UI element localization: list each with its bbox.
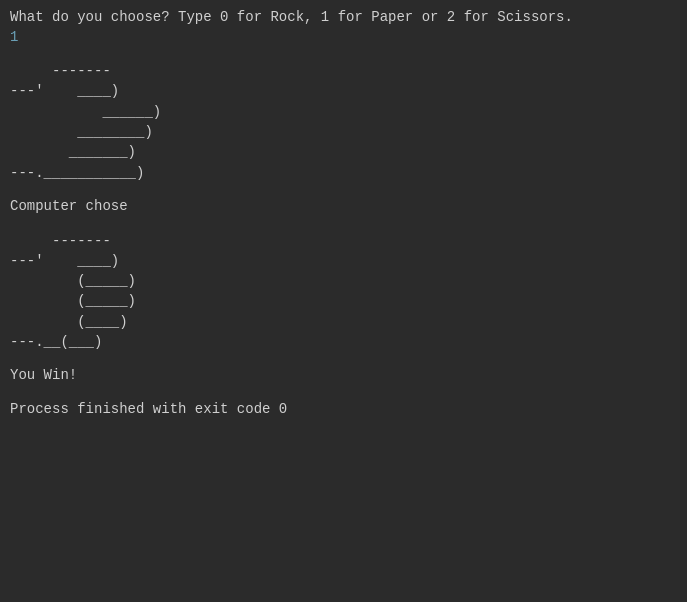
computer-label: Computer chose bbox=[10, 197, 677, 217]
terminal-output: What do you choose? Type 0 for Rock, 1 f… bbox=[10, 8, 677, 420]
spacer-4 bbox=[10, 352, 677, 366]
computer-ascii-art: ------- ---' ____) (_____) (_____) (____… bbox=[10, 231, 677, 353]
result-text: You Win! bbox=[10, 366, 677, 386]
spacer-2 bbox=[10, 183, 677, 197]
prompt-text: What do you choose? Type 0 for Rock, 1 f… bbox=[10, 8, 677, 28]
player-ascii-art: ------- ---' ____) ______) ________) ___… bbox=[10, 61, 677, 183]
user-input-value: 1 bbox=[10, 28, 677, 48]
spacer-3 bbox=[10, 217, 677, 231]
process-exit-text: Process finished with exit code 0 bbox=[10, 400, 677, 420]
spacer-1 bbox=[10, 47, 677, 61]
spacer-5 bbox=[10, 386, 677, 400]
